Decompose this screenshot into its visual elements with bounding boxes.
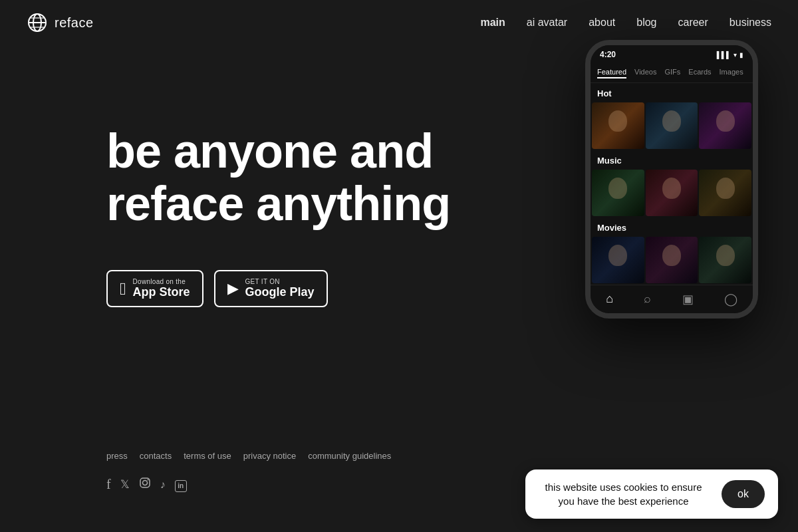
phone-nav-search-icon[interactable]: ⌕	[644, 292, 651, 307]
hot-thumb-2[interactable]	[646, 102, 698, 149]
music-thumb-2[interactable]	[646, 170, 698, 216]
twitter-icon[interactable]: 𝕏	[120, 477, 130, 491]
phone-tab-ecards[interactable]: Ecards	[688, 68, 711, 78]
tiktok-icon[interactable]: ♪	[160, 479, 166, 491]
appstore-small-text: Download on the	[133, 278, 190, 285]
facebook-icon[interactable]: f	[106, 477, 111, 492]
phone-status-bar: 4:20 ▌▌▌ ▾ ▮	[591, 45, 753, 64]
phone-mockup: 4:20 ▌▌▌ ▾ ▮ Featured Videos GIFs Ecards…	[585, 40, 758, 319]
hot-thumb-1[interactable]	[592, 102, 644, 149]
phone-nav-gallery-icon[interactable]: ▣	[682, 292, 694, 307]
phone-tab-videos[interactable]: Videos	[634, 68, 656, 78]
cookie-banner: this website uses cookies to ensure you …	[525, 469, 778, 519]
instagram-icon[interactable]	[139, 477, 151, 492]
phone-time: 4:20	[600, 50, 616, 59]
music-grid	[591, 170, 753, 217]
cookie-message: this website uses cookies to ensure you …	[539, 480, 708, 508]
footer-link-community[interactable]: community guidelines	[308, 451, 391, 461]
signal-icon: ▌▌▌	[717, 51, 731, 59]
googleplay-button[interactable]: ▶ GET IT ON Google Play	[214, 270, 328, 307]
section-label-movies: Movies	[591, 217, 753, 237]
phone-status-icons: ▌▌▌ ▾ ▮	[717, 51, 743, 59]
phone-content: Hot Music	[591, 83, 753, 285]
music-thumb-3[interactable]	[699, 170, 751, 216]
footer-nav: press contacts terms of use privacy noti…	[106, 451, 391, 469]
movies-thumb-1[interactable]	[592, 237, 644, 283]
googleplay-small-text: GET IT ON	[245, 278, 315, 285]
phone-nav-profile-icon[interactable]: ◯	[724, 292, 737, 307]
movies-thumb-3[interactable]	[699, 237, 751, 283]
nav-link-ai-avatar[interactable]: ai avatar	[527, 17, 567, 29]
svg-point-7	[147, 479, 148, 481]
phone-nav-home-icon[interactable]: ⌂	[606, 292, 613, 307]
phone-bottom-nav: ⌂ ⌕ ▣ ◯	[591, 285, 753, 313]
footer-link-privacy[interactable]: privacy notice	[243, 451, 296, 461]
footer-link-press[interactable]: press	[106, 451, 128, 461]
nav-links: main ai avatar about blog career busines…	[480, 17, 771, 29]
hot-thumb-3[interactable]	[699, 102, 751, 149]
phone-mockup-container: 4:20 ▌▌▌ ▾ ▮ Featured Videos GIFs Ecards…	[585, 40, 771, 319]
section-label-music: Music	[591, 150, 753, 170]
navbar: reface main ai avatar about blog career …	[0, 0, 798, 45]
phone-tab-gifs[interactable]: GIFs	[664, 68, 680, 78]
phone-tab-featured[interactable]: Featured	[597, 68, 626, 78]
globe-icon	[27, 12, 48, 33]
logo-text: reface	[55, 15, 94, 31]
googleplay-large-text: Google Play	[245, 285, 315, 299]
footer-link-terms[interactable]: terms of use	[184, 451, 231, 461]
nav-link-main[interactable]: main	[480, 17, 505, 29]
phone-tabs: Featured Videos GIFs Ecards Images	[591, 64, 753, 83]
nav-link-career[interactable]: career	[678, 17, 708, 29]
nav-link-blog[interactable]: blog	[636, 17, 656, 29]
movies-grid	[591, 237, 753, 285]
linkedin-icon[interactable]: in	[175, 477, 187, 492]
wifi-icon: ▾	[733, 51, 737, 59]
appstore-button[interactable]:  Download on the App Store	[106, 270, 203, 307]
movies-thumb-2[interactable]	[646, 237, 698, 283]
footer-link-contacts[interactable]: contacts	[140, 451, 172, 461]
svg-point-6	[142, 481, 147, 485]
appstore-large-text: App Store	[133, 285, 190, 299]
nav-link-about[interactable]: about	[589, 17, 615, 29]
apple-icon: 	[120, 280, 126, 297]
footer-links: press contacts terms of use privacy noti…	[106, 451, 391, 492]
googleplay-icon: ▶	[227, 281, 239, 296]
hero-title: be anyone and reface anything	[106, 125, 492, 230]
section-label-hot: Hot	[591, 83, 753, 102]
music-thumb-1[interactable]	[592, 170, 644, 216]
social-icons: f 𝕏 ♪ in	[106, 477, 391, 492]
nav-link-business[interactable]: business	[730, 17, 771, 29]
battery-icon: ▮	[739, 51, 743, 59]
phone-tab-images[interactable]: Images	[720, 68, 743, 78]
hot-grid	[591, 102, 753, 150]
cookie-ok-button[interactable]: ok	[722, 480, 765, 508]
logo[interactable]: reface	[27, 12, 94, 33]
